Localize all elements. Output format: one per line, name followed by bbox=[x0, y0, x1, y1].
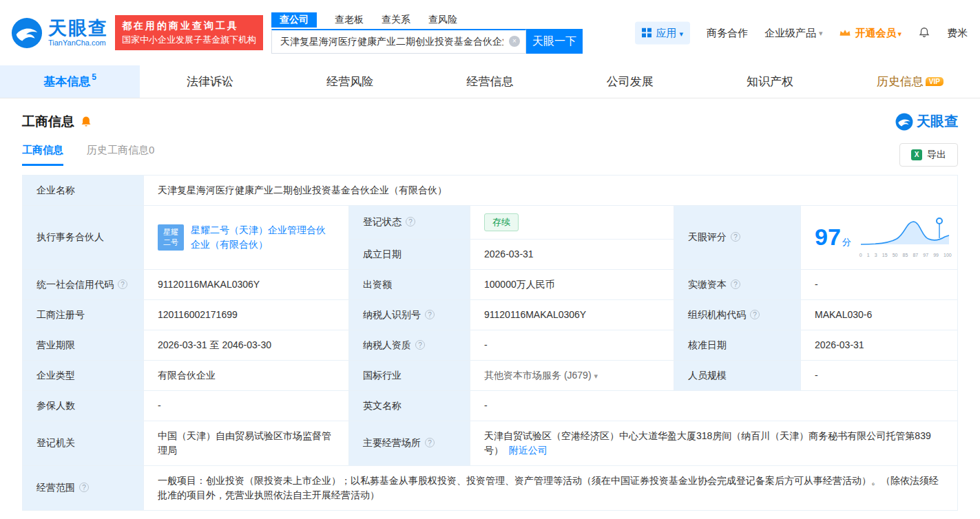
help-icon[interactable] bbox=[731, 232, 740, 242]
taxpayer-quality-value: - bbox=[470, 330, 674, 360]
table-row: 企业名称 天津复星海河医疗健康产业二期创业投资基金合伙企业（有限合伙） bbox=[23, 176, 958, 206]
staff-size-label: 人员规模 bbox=[674, 360, 801, 390]
industry-text[interactable]: 其他资本市场服务 (J679) bbox=[484, 370, 598, 381]
tab-intellectual-property-label: 知识产权 bbox=[747, 74, 793, 89]
notification-bell-icon[interactable] bbox=[918, 27, 930, 39]
tab-operation-risk[interactable]: 经营风险 bbox=[280, 65, 420, 98]
nearby-companies-link[interactable]: 附近公司 bbox=[509, 445, 548, 456]
crown-icon bbox=[839, 28, 851, 37]
export-button-label: 导出 bbox=[927, 149, 946, 161]
established-label: 成立日期 bbox=[349, 239, 470, 269]
user-menu[interactable]: 费米 bbox=[947, 26, 968, 39]
score-label: 天眼评分 bbox=[674, 206, 801, 270]
help-icon[interactable] bbox=[415, 340, 425, 350]
registry-label: 登记机关 bbox=[23, 421, 144, 465]
tab-operation-info[interactable]: 经营信息 bbox=[420, 65, 560, 98]
subscribe-bell-icon[interactable] bbox=[80, 116, 92, 128]
menu-vip[interactable]: 开通会员 bbox=[839, 26, 901, 39]
taxpayer-id-label: 纳税人识别号 bbox=[349, 299, 470, 330]
staff-size-value: - bbox=[801, 360, 958, 390]
tab-intellectual-property[interactable]: 知识产权 bbox=[700, 65, 840, 98]
search-tab-risk[interactable]: 查风险 bbox=[428, 12, 457, 28]
help-icon[interactable] bbox=[406, 217, 415, 226]
search-tab-relation[interactable]: 查关系 bbox=[382, 12, 410, 28]
org-code-value: MAKAL030-6 bbox=[801, 299, 958, 330]
tab-history-info-label: 历史信息 bbox=[877, 74, 924, 89]
taxpayer-id-value: 91120116MAKAL0306Y bbox=[470, 299, 674, 330]
english-name-value: - bbox=[470, 390, 958, 421]
credit-code-value: 91120116MAKAL0306Y bbox=[144, 269, 349, 299]
insured-count-label: 参保人数 bbox=[23, 390, 144, 421]
help-icon[interactable] bbox=[118, 279, 127, 289]
reg-status-label: 登记状态 bbox=[349, 206, 470, 240]
section-header: 工商信息 天眼查 bbox=[0, 98, 980, 131]
tianyancha-mini-logo-icon bbox=[895, 113, 913, 131]
menu-vip-label: 开通会员 bbox=[855, 26, 901, 39]
help-icon[interactable] bbox=[425, 438, 435, 447]
org-code-label: 组织机构代码 bbox=[674, 299, 801, 330]
business-scope-label: 经营范围 bbox=[23, 465, 144, 510]
industry-label: 国标行业 bbox=[349, 360, 470, 390]
tianyancha-company-page: { "colors": { "primary": "#0084ff", "bra… bbox=[0, 0, 980, 519]
table-row: 参保人数 - 英文名称 - bbox=[23, 390, 958, 421]
reg-number-value: 120116002171699 bbox=[144, 299, 349, 330]
export-button[interactable]: 导出 bbox=[899, 143, 958, 167]
english-name-label: 英文名称 bbox=[349, 390, 470, 421]
tab-history-info[interactable]: 历史信息 VIP bbox=[840, 65, 980, 98]
help-icon[interactable] bbox=[425, 310, 435, 319]
partner-logo-line2: 二号 bbox=[163, 237, 178, 247]
company-type-value: 有限合伙企业 bbox=[144, 360, 349, 390]
partner-logo-line1: 星耀 bbox=[163, 227, 178, 237]
tab-legal-label: 法律诉讼 bbox=[187, 74, 233, 89]
menu-enterprise-label: 企业级产品 bbox=[764, 26, 816, 39]
search-tab-boss[interactable]: 查老板 bbox=[335, 12, 364, 28]
slogan-banner: 都在用的商业查询工具 国家中小企业发展子基金旗下机构 bbox=[115, 15, 263, 50]
score-unit: 分 bbox=[842, 237, 851, 247]
search-button[interactable]: 天眼一下 bbox=[526, 29, 583, 54]
tab-legal[interactable]: 法律诉讼 bbox=[140, 65, 280, 98]
vip-badge: VIP bbox=[926, 77, 943, 86]
search-input[interactable] bbox=[271, 29, 526, 54]
subtab-history-business-info[interactable]: 历史工商信息0 bbox=[87, 144, 154, 166]
company-type-label: 企业类型 bbox=[23, 360, 144, 390]
taxpayer-quality-label: 纳税人资质 bbox=[349, 330, 470, 360]
menu-enterprise[interactable]: 企业级产品 bbox=[764, 26, 823, 39]
tab-company-development[interactable]: 公司发展 bbox=[560, 65, 700, 98]
search-area: 查公司 查老板 查关系 查风险 天眼一下 bbox=[271, 12, 583, 54]
reg-status-value: 存续 bbox=[470, 206, 674, 240]
partner-logo[interactable]: 星耀 二号 bbox=[158, 224, 184, 251]
table-row: 执行事务合伙人 星耀 二号 星耀二号（天津）企业管理合伙企业（有限合伙） 登记状… bbox=[23, 206, 958, 240]
status-badge: 存续 bbox=[484, 213, 519, 231]
help-icon[interactable] bbox=[79, 483, 89, 492]
table-row: 登记机关 中国（天津）自由贸易试验区市场监督管理局 主要经营场所 天津自贸试验区… bbox=[23, 421, 958, 465]
tab-company-development-label: 公司发展 bbox=[607, 74, 654, 89]
score-chart: 013 155085 879799 100 bbox=[859, 215, 952, 260]
subtab-business-info[interactable]: 工商信息 bbox=[22, 144, 63, 166]
grid-icon bbox=[642, 28, 651, 38]
help-icon[interactable] bbox=[750, 310, 760, 319]
section-title: 工商信息 bbox=[22, 113, 74, 131]
apps-menu[interactable]: 应用 bbox=[635, 21, 690, 44]
help-icon[interactable] bbox=[731, 279, 740, 289]
brand-logo[interactable]: 天眼查 TianYanCha.com bbox=[11, 17, 108, 49]
premises-label: 主要经营场所 bbox=[349, 421, 470, 465]
business-info-table: 企业名称 天津复星海河医疗健康产业二期创业投资基金合伙企业（有限合伙） 执行事务… bbox=[22, 175, 958, 511]
clear-icon[interactable] bbox=[509, 36, 520, 47]
capital-label: 出资额 bbox=[349, 269, 470, 299]
score-value: 97 bbox=[815, 224, 841, 250]
brand-domain: TianYanCha.com bbox=[48, 39, 108, 47]
partner-link[interactable]: 星耀二号（天津）企业管理合伙企业（有限合伙） bbox=[191, 223, 335, 252]
industry-value: 其他资本市场服务 (J679) bbox=[470, 360, 674, 390]
search-tabs: 查公司 查老板 查关系 查风险 bbox=[271, 12, 583, 28]
menu-cooperation[interactable]: 商务合作 bbox=[707, 26, 748, 39]
main-nav-tabs: 基本信息 5 法律诉讼 经营风险 经营信息 公司发展 知识产权 历史信息 VIP bbox=[0, 65, 980, 98]
slogan-line2: 国家中小企业发展子基金旗下机构 bbox=[122, 33, 256, 47]
search-tab-company[interactable]: 查公司 bbox=[271, 12, 317, 28]
paid-capital-label: 实缴资本 bbox=[674, 269, 801, 299]
insured-count-value: - bbox=[144, 390, 349, 421]
tab-basic-info[interactable]: 基本信息 5 bbox=[0, 65, 140, 98]
tab-operation-info-label: 经营信息 bbox=[466, 74, 513, 89]
approval-date-value: 2026-03-31 bbox=[801, 330, 958, 360]
credit-code-label: 统一社会信用代码 bbox=[23, 269, 144, 299]
tab-operation-risk-label: 经营风险 bbox=[326, 74, 373, 89]
